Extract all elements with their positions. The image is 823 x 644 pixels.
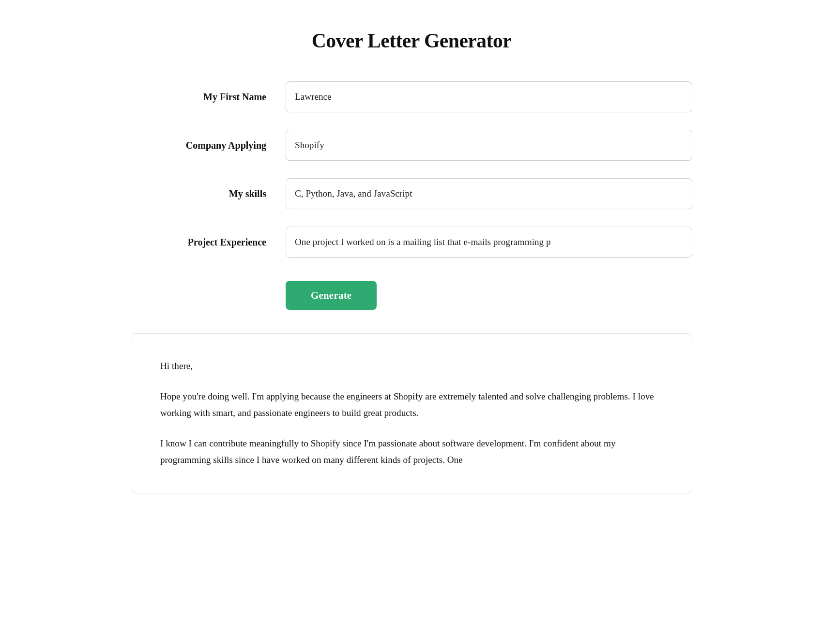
page-title: Cover Letter Generator: [131, 29, 692, 52]
output-paragraph-0: Hi there,: [160, 358, 663, 375]
generate-row: Generate: [286, 281, 692, 310]
input-project-experience[interactable]: [286, 227, 692, 258]
label-first-name: My First Name: [131, 92, 266, 103]
label-skills: My skills: [131, 188, 266, 199]
form-row-first-name: My First Name: [131, 81, 692, 112]
input-first-name[interactable]: [286, 81, 692, 112]
output-paragraph-2: I know I can contribute meaningfully to …: [160, 435, 663, 469]
form-row-project-experience: Project Experience: [131, 227, 692, 258]
output-box: Hi there, Hope you're doing well. I'm ap…: [131, 333, 692, 493]
generate-button[interactable]: Generate: [286, 281, 377, 310]
form-row-skills: My skills: [131, 178, 692, 209]
label-project-experience: Project Experience: [131, 237, 266, 248]
label-company: Company Applying: [131, 140, 266, 151]
input-company[interactable]: [286, 130, 692, 161]
input-skills[interactable]: [286, 178, 692, 209]
form-section: My First Name Company Applying My skills…: [131, 81, 692, 258]
form-row-company: Company Applying: [131, 130, 692, 161]
output-paragraph-1: Hope you're doing well. I'm applying bec…: [160, 388, 663, 422]
